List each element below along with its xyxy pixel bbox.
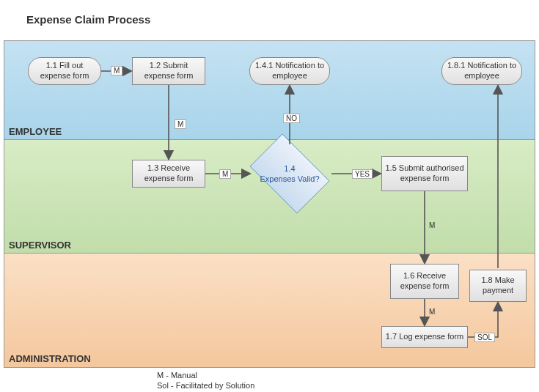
legend-line-2: Sol - Facilitated by Solution: [157, 380, 254, 391]
node-1-5-submit-authorised: 1.5 Submit authorised expense form: [381, 156, 468, 191]
edge-label-m-4: M: [429, 221, 435, 229]
node-1-8-1-notification: 1.8.1 Notification to employee: [441, 57, 522, 85]
legend: M - Manual Sol - Facilitated by Solution: [157, 370, 254, 391]
edge-label-m-5: M: [429, 308, 435, 316]
edge-label-no: NO: [283, 114, 300, 123]
node-1-6-receive-form: 1.6 Receive expense form: [390, 264, 459, 299]
edge-label-m-2: M: [175, 119, 186, 129]
decision-label: 1.4 Expenses Valid?: [242, 141, 337, 207]
edge-label-m-3: M: [219, 169, 231, 179]
node-1-1-fill-out-form: 1.1 Fill out expense form: [28, 57, 101, 85]
edge-label-yes: YES: [352, 169, 373, 179]
node-1-2-submit-form: 1.2 Submit expense form: [132, 57, 205, 85]
lane-employee-label: EMPLOYEE: [9, 126, 62, 137]
lane-supervisor-label: SUPERVISOR: [9, 240, 71, 251]
legend-line-1: M - Manual: [157, 370, 254, 380]
node-1-8-make-payment: 1.8 Make payment: [469, 270, 527, 302]
edge-label-m-1: M: [111, 66, 122, 75]
lane-admin-label: ADMINISTRATION: [9, 353, 91, 364]
edge-label-sol: SOL: [474, 333, 495, 342]
node-1-4-expenses-valid: 1.4 Expenses Valid?: [242, 141, 337, 207]
diagram-title: Expense Claim Process: [26, 13, 150, 26]
lane-employee: EMPLOYEE: [4, 40, 535, 141]
expense-claim-diagram: Expense Claim Process EMPLOYEE SUPERVISO…: [0, 0, 539, 392]
node-1-4-1-notification: 1.4.1 Notification to employee: [249, 57, 330, 85]
node-1-3-receive-form: 1.3 Receive expense form: [132, 160, 205, 188]
node-1-7-log-form: 1.7 Log expense form: [381, 326, 468, 348]
